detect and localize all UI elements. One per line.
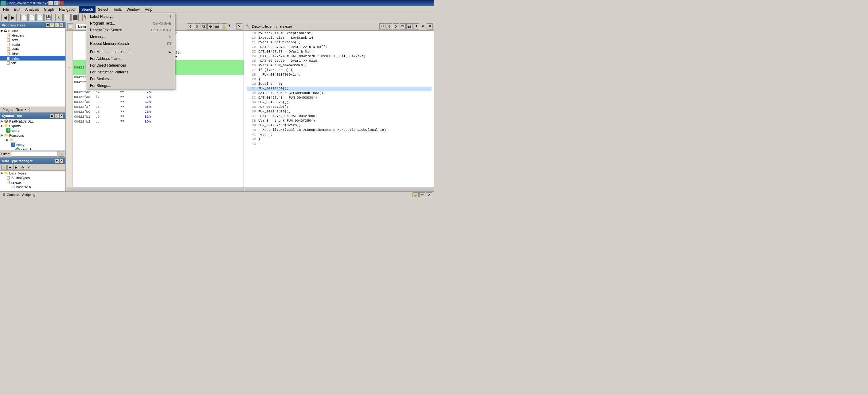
settings-btn[interactable]: ⚙ — [207, 23, 214, 29]
dtype-close-btn[interactable]: ✕ — [59, 159, 64, 163]
tree-item-headers[interactable]: 📋 Headers — [0, 33, 65, 37]
tool-btn-1[interactable]: ⬜ — [63, 14, 71, 21]
pt-btn-3[interactable]: ↓ — [55, 23, 59, 27]
dd-matching-instructions[interactable]: For Matching Instructions ▶ — [86, 49, 175, 55]
st-item-underscore[interactable]: ▶ 📁 _ — [0, 138, 65, 142]
decompile-close-btn[interactable]: ✕ — [427, 23, 433, 29]
decompile-snap-left-btn[interactable]: ⟪ — [386, 23, 392, 29]
program-tree-tab-close[interactable]: ✕ — [24, 108, 27, 111]
pt-btn-2[interactable]: 📁 — [50, 23, 54, 27]
dtype-basetsd-icon: 📄 — [11, 185, 16, 189]
nav-btn-1[interactable]: 📄 — [20, 14, 28, 21]
dtype-item-basetsd[interactable]: 📄 basetsd.h — [0, 185, 65, 189]
dtype-delete-btn[interactable]: ✕ — [26, 165, 31, 170]
dtype-item-datatypes[interactable]: ▶ 📁 Data Types — [0, 171, 65, 175]
decompile-export-btn[interactable]: ⬆ — [413, 23, 419, 29]
camera-btn[interactable]: 📷 — [214, 23, 220, 29]
menu-window[interactable]: Window — [124, 6, 142, 12]
st-btn-1[interactable]: ⊞ — [50, 114, 54, 118]
maximize-button[interactable]: □ — [54, 1, 59, 5]
program-tree-tab[interactable]: Program Tree ✕ — [0, 107, 30, 112]
menu-navigation[interactable]: Navigation — [57, 6, 79, 12]
filter-input[interactable] — [11, 151, 58, 157]
dtype-item-reexe[interactable]: 📋 re.exe — [0, 180, 65, 185]
decompile-camera-btn[interactable]: 📷 — [406, 23, 412, 29]
title-bar-controls[interactable]: − □ ✕ — [48, 1, 64, 5]
console-close-btn[interactable]: ✕ — [426, 192, 432, 197]
h-scroll-track[interactable] — [67, 188, 243, 191]
tree-item-text[interactable]: 📋 .text — [0, 37, 65, 42]
dtype-dropdown-btn[interactable]: ▼ — [55, 159, 59, 163]
nav-btn-2[interactable]: 📄 — [28, 14, 36, 21]
pt-close-btn[interactable]: ✕ — [59, 23, 64, 27]
dc-line: 35 FUN_004031d0(); — [247, 105, 432, 110]
dd-direct-references[interactable]: For Direct References — [86, 62, 175, 69]
tree-item-reexe[interactable]: ▶ 🗂 re.exe — [0, 28, 65, 33]
arrow-indicator: → — [66, 65, 72, 70]
menu-edit[interactable]: Edit — [11, 6, 23, 12]
tool-btn-2[interactable]: ⬛ — [71, 14, 79, 21]
dd-repeat-text-search[interactable]: Repeat Text Search Ctrl+Shift+F3 — [86, 27, 175, 33]
dd-label-history[interactable]: Label History... H — [86, 13, 175, 20]
decompile-h-scroll-track[interactable] — [245, 188, 433, 191]
st-item-kernel32[interactable]: ▶ 📦 KERNEL32.DLL — [0, 119, 65, 123]
dtype-add-btn[interactable]: + — [1, 165, 7, 170]
decompile-title: Decompile: entry - (re.exe) — [252, 25, 378, 28]
tree-item-tdb[interactable]: 📋 tdb — [0, 61, 65, 65]
dtype-nav-right-btn[interactable]: ▶ — [13, 165, 19, 170]
dd-scalars[interactable]: For Scalars... — [86, 75, 175, 82]
console-edit-btn[interactable]: ✏ — [419, 192, 425, 197]
st-item-entry-fn[interactable]: f entry — [0, 142, 65, 147]
tree-item-data[interactable]: 📋 .data — [0, 47, 65, 51]
tree-item-reloc[interactable]: 📋 .reloc — [0, 56, 65, 61]
tree-item-rdata[interactable]: 📋 .rdata — [0, 42, 65, 47]
menu-file[interactable]: File — [1, 6, 11, 12]
filter-search-btn[interactable]: 🔍 — [58, 151, 64, 157]
listing-hscrollbar[interactable] — [66, 187, 244, 191]
listing-close-btn[interactable]: ✕ — [236, 23, 242, 29]
dtype-nav-left-btn[interactable]: ◀ — [7, 165, 13, 170]
menu-graph[interactable]: Graph — [41, 6, 57, 12]
snap-left-btn[interactable]: ⟪ — [187, 23, 193, 29]
menu-select[interactable]: Select — [95, 6, 111, 12]
decompile-hscrollbar[interactable] — [244, 187, 434, 191]
close-button[interactable]: ✕ — [59, 1, 64, 5]
dtype-settings-btn[interactable]: ⚙ — [20, 165, 25, 170]
lock-btn[interactable]: 🔒 — [221, 23, 227, 29]
dd-address-tables[interactable]: For Address Tables — [86, 55, 175, 62]
decompile-clone-btn[interactable]: ⧉ — [400, 23, 406, 29]
dd-program-text[interactable]: Program Text... Ctrl+Shift+E — [86, 20, 175, 27]
dc-line: 37 _DAT_00427c90 = DAT_00427c8c; — [247, 114, 432, 119]
tree-item-idata[interactable]: 📋 .idata — [0, 51, 65, 56]
dd-strings[interactable]: For Strings... — [86, 82, 175, 89]
dc-line: 25 _DAT_00427c70 = DVar1 >> 0x10; — [247, 59, 432, 64]
console-lock-btn[interactable]: 🔒 — [412, 192, 418, 197]
nav-btn-4[interactable]: 💾 — [44, 14, 52, 21]
decompile-snap-right-btn[interactable]: ⟫ — [393, 23, 399, 29]
forward-button[interactable]: ▶ — [9, 14, 17, 21]
st-btn-2[interactable]: ↓ — [55, 114, 59, 118]
menu-search[interactable]: Search — [79, 6, 95, 12]
nav-btn-3[interactable]: 📄 — [36, 14, 43, 21]
dd-instruction-patterns[interactable]: For Instruction Patterns — [86, 69, 175, 75]
decompile-dropdown-btn[interactable]: ▼ — [420, 23, 426, 29]
pt-btn-1[interactable]: ⊞ — [45, 23, 50, 27]
st-item-exports[interactable]: ▶ 📁 Exports — [0, 123, 65, 128]
st-close-btn[interactable]: ✕ — [59, 114, 64, 118]
snap-right-btn[interactable]: ⟫ — [194, 23, 200, 29]
cursor-btn[interactable]: ↖ — [55, 14, 63, 21]
st-item-entry-export[interactable]: f entry — [0, 128, 65, 133]
dd-memory[interactable]: Memory... S — [86, 33, 175, 40]
dd-repeat-memory-search[interactable]: Repeat Memory Search F3 — [86, 40, 175, 47]
st-item-functions[interactable]: ▶ 📁 Functions — [0, 133, 65, 138]
decompile-refresh-btn[interactable]: ↺ — [379, 23, 385, 29]
clone-btn[interactable]: ⧉ — [200, 23, 207, 29]
menu-analysis[interactable]: Analysis — [23, 6, 41, 12]
menu-tools[interactable]: Tools — [111, 6, 124, 12]
menu-help[interactable]: Help — [142, 6, 155, 12]
back-button[interactable]: ◀ — [1, 14, 9, 21]
st-item-local8[interactable]: ◉ local_8 — [0, 147, 65, 150]
listing-dropdown[interactable]: ▼ — [227, 23, 236, 29]
minimize-button[interactable]: − — [48, 1, 53, 5]
dtype-item-builtin[interactable]: 📋 BuiltInTypes — [0, 175, 65, 180]
